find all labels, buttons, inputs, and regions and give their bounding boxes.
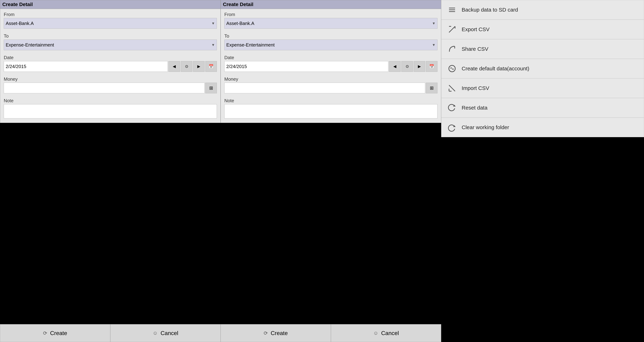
sidebar: Backup data to SD card Export CSV Share …: [441, 0, 644, 137]
share-csv-label: Share CSV: [462, 46, 488, 52]
panel1-title: Create Detail: [0, 0, 220, 9]
panel2-note-label: Note: [224, 98, 438, 103]
panel1-money-input[interactable]: [4, 83, 204, 93]
panel1-date-field[interactable]: 2/24/2015: [4, 61, 168, 72]
panel1-to-label: To: [4, 33, 217, 39]
panel2-calc-button[interactable]: ⊞: [426, 83, 438, 93]
panel2-title: Create Detail: [221, 0, 441, 9]
panel2-cancel-icon: ☺: [373, 330, 378, 336]
panel1-from-dropdown[interactable]: Asset-Bank.A ▼: [4, 18, 217, 29]
panel2-cancel-button[interactable]: ☺ Cancel: [331, 324, 441, 342]
panel2-date-today-button[interactable]: ⊙: [401, 61, 413, 72]
panel2-money-input[interactable]: [224, 83, 425, 93]
panel1-date-today-button[interactable]: ⊙: [181, 61, 192, 72]
panel1-calc-button[interactable]: ⊞: [205, 83, 217, 93]
sidebar-clear-folder-button[interactable]: Clear working folder: [441, 118, 644, 137]
panel1-note-input[interactable]: [4, 104, 217, 118]
clear-folder-icon: [447, 122, 458, 133]
export-csv-icon: [447, 24, 458, 35]
panel2-create-button[interactable]: ⟳ Create: [220, 324, 331, 342]
panel2-note-input[interactable]: [224, 104, 438, 118]
panel2-create-icon: ⟳: [264, 330, 268, 336]
create-default-label: Create default data(account): [462, 66, 529, 72]
panel2-money-label: Money: [224, 76, 438, 82]
panel2-from-arrow-icon: ▼: [432, 21, 436, 26]
clear-folder-label: Clear working folder: [462, 124, 509, 130]
panel2-to-dropdown[interactable]: Expense-Entertainment ▼: [224, 40, 438, 50]
panel1-to-arrow-icon: ▼: [211, 43, 215, 47]
backup-label: Backup data to SD card: [462, 7, 518, 13]
panel1-note-label: Note: [4, 98, 217, 103]
panel2-from-label: From: [224, 12, 438, 17]
panel2-date-calendar-button[interactable]: 📅: [426, 61, 438, 72]
sidebar-reset-data-button[interactable]: Reset data: [441, 98, 644, 118]
svg-line-9: [449, 85, 455, 91]
panel1-date-label: Date: [4, 55, 217, 60]
share-csv-icon: [447, 44, 458, 54]
panel1-create-icon: ⟳: [43, 330, 47, 336]
create-default-icon: [447, 63, 458, 74]
reset-data-icon: [447, 102, 458, 113]
sidebar-share-csv-button[interactable]: Share CSV: [441, 39, 644, 59]
backup-icon: [447, 5, 458, 15]
sidebar-backup-button[interactable]: Backup data to SD card: [441, 0, 644, 20]
panel1-cancel-button[interactable]: ☺ Cancel: [110, 324, 220, 342]
panel1-date-next-button[interactable]: ▶: [193, 61, 204, 72]
import-csv-label: Import CSV: [462, 85, 489, 91]
sidebar-export-csv-button[interactable]: Export CSV: [441, 20, 644, 39]
panel1-date-prev-button[interactable]: ◀: [168, 61, 180, 72]
svg-line-3: [449, 26, 455, 32]
panel1-from-label: From: [4, 12, 217, 17]
sidebar-create-default-button[interactable]: Create default data(account): [441, 59, 644, 78]
panel1-cancel-icon: ☺: [153, 330, 158, 336]
sidebar-import-csv-button[interactable]: Import CSV: [441, 78, 644, 98]
panel1-date-calendar-button[interactable]: 📅: [205, 61, 217, 72]
panel2-from-dropdown[interactable]: Asset-Bank.A ▼: [224, 18, 438, 29]
panel2-date-next-button[interactable]: ▶: [414, 61, 425, 72]
panel1-create-button[interactable]: ⟳ Create: [0, 324, 110, 342]
panel2-date-label: Date: [224, 55, 438, 60]
panel1-to-dropdown[interactable]: Expense-Entertainment ▼: [4, 40, 217, 50]
panel2-to-label: To: [224, 33, 438, 39]
panel2-date-prev-button[interactable]: ◀: [389, 61, 401, 72]
export-csv-label: Export CSV: [462, 26, 490, 32]
panel1-money-label: Money: [4, 76, 217, 82]
panel2-to-arrow-icon: ▼: [432, 43, 436, 47]
panel1-from-arrow-icon: ▼: [211, 21, 215, 26]
panel2-date-field[interactable]: 2/24/2015: [224, 61, 388, 72]
reset-data-label: Reset data: [462, 105, 488, 111]
import-csv-icon: [447, 83, 458, 94]
